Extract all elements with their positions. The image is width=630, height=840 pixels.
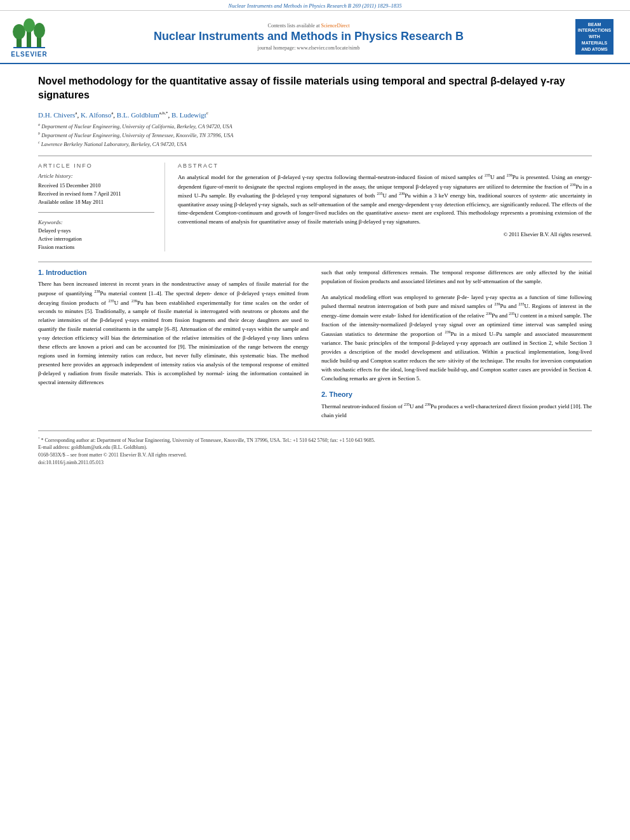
journal-header: ELSEVIER Contents lists available at Sci… xyxy=(0,11,630,64)
svg-point-5 xyxy=(34,23,45,38)
elsevier-wordmark: ELSEVIER xyxy=(11,51,47,58)
divider-2 xyxy=(38,262,592,262)
section2-heading: 2. Theory xyxy=(321,390,592,398)
svg-rect-6 xyxy=(13,47,45,48)
section1-para1: There has been increased interest in rec… xyxy=(38,280,309,387)
authors-line: D.H. Chiversa, K. Alfonsoa, B.L. Goldblu… xyxy=(38,110,592,119)
footnote-doi: doi:10.1016/j.nimb.2011.05.013 xyxy=(38,459,592,467)
section1-para3: An analytical modeling effort was employ… xyxy=(321,293,592,383)
revised-date: Received in revised form 7 April 2011 xyxy=(38,190,154,198)
keyword-1: Delayed γ-rays xyxy=(38,227,154,235)
section1-heading: 1. Introduction xyxy=(38,269,309,276)
affiliation-a: a Department of Nuclear Engineering, Uni… xyxy=(38,122,592,131)
available-date: Available online 18 May 2011 xyxy=(38,198,154,206)
footnote-area: * * Corresponding author at: Department … xyxy=(38,430,592,467)
journal-center-info: Contents lists available at ScienceDirec… xyxy=(55,23,563,51)
journal-citation: Nuclear Instruments and Methods in Physi… xyxy=(229,3,402,9)
svg-point-1 xyxy=(13,24,25,39)
beam-logo-box: BEAMINTERACTIONSWITHMATERIALSAND ATOMS xyxy=(575,19,614,55)
main-content: Novel methodology for the quantitative a… xyxy=(0,64,630,477)
elsevier-tree-icon xyxy=(10,16,48,51)
keyword-2: Active interrogation xyxy=(38,235,154,243)
article-info-label: ARTICLE INFO xyxy=(38,163,154,169)
sciencedirect-link[interactable]: ScienceDirect xyxy=(321,23,350,29)
affiliation-c: c Lawrence Berkeley National Laboratory,… xyxy=(38,140,592,149)
footnote-issn: 0168-583X/$ – see front matter © 2011 El… xyxy=(38,451,592,459)
footnote-star: * * Corresponding author at: Department … xyxy=(38,436,592,444)
keywords-label: Keywords: xyxy=(38,219,154,225)
svg-point-3 xyxy=(23,18,35,32)
body-left-col: 1. Introduction There has been increased… xyxy=(38,269,309,420)
keyword-3: Fission reactions xyxy=(38,243,154,251)
divider-1 xyxy=(38,156,592,156)
elsevier-logo: ELSEVIER xyxy=(10,16,48,58)
divider-info xyxy=(38,212,154,213)
section1-para2: such that only temporal differences rema… xyxy=(321,269,592,286)
homepage-line: journal homepage: www.elsevier.com/locat… xyxy=(55,45,563,51)
author-goldblum[interactable]: B.L. Goldblum xyxy=(117,110,159,118)
affiliations: a Department of Nuclear Engineering, Uni… xyxy=(38,122,592,148)
beam-logo: BEAMINTERACTIONSWITHMATERIALSAND ATOMS xyxy=(569,19,620,55)
article-history-label: Article history: xyxy=(38,173,154,179)
info-abstract-section: ARTICLE INFO Article history: Received 1… xyxy=(38,163,592,251)
journal-title: Nuclear Instruments and Methods in Physi… xyxy=(55,30,563,44)
article-title: Novel methodology for the quantitative a… xyxy=(38,74,592,103)
article-info-col: ARTICLE INFO Article history: Received 1… xyxy=(38,163,165,251)
received-date: Received 15 December 2010 xyxy=(38,182,154,190)
author-alfonso[interactable]: K. Alfonso xyxy=(81,110,111,118)
affiliation-b: b Department of Nuclear Engineering, Uni… xyxy=(38,131,592,140)
sciencedirect-line: Contents lists available at ScienceDirec… xyxy=(55,23,563,29)
footnote-email: E-mail address: goldblum@utk.edu (B.L. G… xyxy=(38,444,592,451)
copyright-line: © 2011 Elsevier B.V. All rights reserved… xyxy=(178,231,592,237)
abstract-col: ABSTRACT An analytical model for the gen… xyxy=(178,163,592,251)
section2-text: Thermal neutron-induced fission of 235U … xyxy=(321,402,592,420)
body-right-col: such that only temporal differences rema… xyxy=(321,269,592,420)
abstract-label: ABSTRACT xyxy=(178,163,592,169)
author-chivers[interactable]: D.H. Chivers xyxy=(38,110,75,118)
author-ludewigt[interactable]: B. Ludewigt xyxy=(171,110,206,118)
body-section: 1. Introduction There has been increased… xyxy=(38,269,592,420)
abstract-text: An analytical model for the generation o… xyxy=(178,173,592,226)
top-bar: Nuclear Instruments and Methods in Physi… xyxy=(0,0,630,11)
